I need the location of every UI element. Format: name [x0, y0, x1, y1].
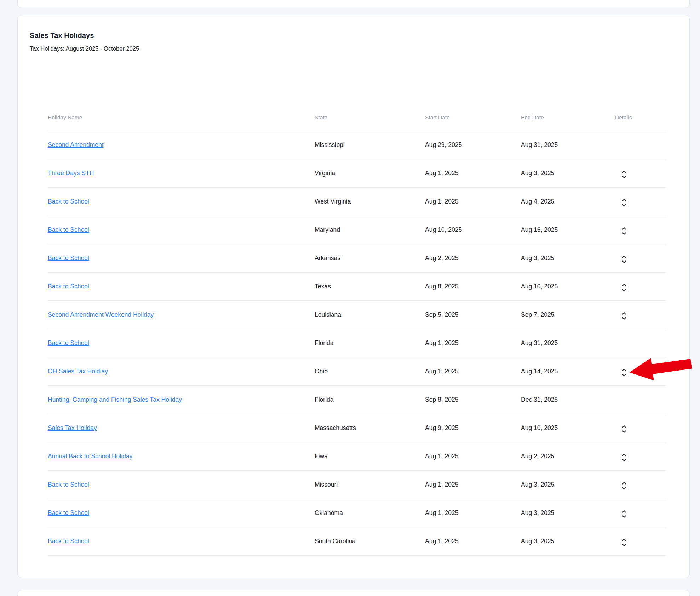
end-date-cell: Aug 3, 2025: [521, 538, 615, 545]
chevron-down-icon: [621, 288, 627, 292]
end-date-cell: Aug 2, 2025: [521, 453, 615, 460]
card-header: Sales Tax Holidays Tax Holidays: August …: [18, 15, 689, 52]
start-date-cell: Sep 8, 2025: [425, 396, 521, 403]
state-cell: Missouri: [315, 481, 425, 488]
page-subtitle: Tax Holidays: August 2025 - October 2025: [30, 45, 689, 52]
table-body: Second Amendment Mississippi Aug 29, 202…: [48, 131, 666, 556]
holiday-link[interactable]: Second Amendment: [48, 141, 104, 148]
previous-card-edge: [17, 0, 690, 8]
holiday-name-cell: Back to School: [48, 283, 315, 290]
start-date-cell: Aug 10, 2025: [425, 226, 521, 234]
details-expander[interactable]: [621, 226, 627, 236]
table-row: Back to School Florida Aug 1, 2025 Aug 3…: [48, 329, 666, 357]
start-date-cell: Aug 1, 2025: [425, 453, 521, 460]
chevron-down-icon: [621, 487, 627, 490]
holiday-link[interactable]: Three Days STH: [48, 170, 94, 177]
chevron-up-icon: [621, 453, 627, 457]
holiday-link[interactable]: OH Sales Tax Holdiay: [48, 368, 108, 375]
start-date-cell: Aug 1, 2025: [425, 481, 521, 488]
state-cell: Iowa: [315, 453, 425, 460]
holiday-name-cell: Sales Tax Holiday: [48, 424, 315, 432]
table-row: Back to School Oklahoma Aug 1, 2025 Aug …: [48, 499, 666, 527]
page: Sales Tax Holidays Tax Holidays: August …: [0, 0, 700, 596]
chevron-up-icon: [621, 227, 627, 230]
table-row: Second Amendment Weekend Holiday Louisia…: [48, 300, 666, 329]
holiday-link[interactable]: Back to School: [48, 509, 89, 516]
table-row: Back to School Maryland Aug 10, 2025 Aug…: [48, 216, 666, 244]
table-row: Annual Back to School Holiday Iowa Aug 1…: [48, 442, 666, 470]
table-row: Back to School Texas Aug 8, 2025 Aug 10,…: [48, 272, 666, 300]
details-expander[interactable]: [621, 198, 627, 207]
chevron-down-icon: [621, 175, 627, 178]
sales-tax-holidays-card: Sales Tax Holidays Tax Holidays: August …: [17, 15, 690, 578]
details-cell: [615, 479, 666, 491]
details-cell: [615, 451, 666, 462]
chevron-up-icon: [621, 368, 627, 372]
holiday-link[interactable]: Second Amendment Weekend Holiday: [48, 311, 154, 318]
state-cell: Arkansas: [315, 254, 425, 262]
table-row: Back to School Missouri Aug 1, 2025 Aug …: [48, 470, 666, 499]
details-expander[interactable]: [621, 170, 627, 179]
column-header-end-date: End Date: [521, 114, 615, 121]
end-date-cell: Aug 4, 2025: [521, 198, 615, 205]
details-expander[interactable]: [621, 424, 627, 434]
holiday-link[interactable]: Back to School: [48, 283, 89, 290]
details-expander[interactable]: [621, 311, 627, 321]
details-cell: [615, 139, 666, 151]
page-title: Sales Tax Holidays: [30, 31, 689, 40]
holiday-link[interactable]: Hunting, Camping and Fishing Sales Tax H…: [48, 396, 182, 403]
state-cell: Texas: [315, 283, 425, 290]
table-row: Back to School West Virginia Aug 1, 2025…: [48, 187, 666, 216]
start-date-cell: Aug 2, 2025: [425, 254, 521, 262]
chevron-up-icon: [621, 312, 627, 315]
chevron-down-icon: [621, 373, 627, 377]
holiday-link[interactable]: Annual Back to School Holiday: [48, 453, 132, 460]
end-date-cell: Aug 3, 2025: [521, 481, 615, 488]
holiday-name-cell: Back to School: [48, 509, 315, 517]
details-expander[interactable]: [621, 481, 627, 491]
end-date-cell: Aug 3, 2025: [521, 254, 615, 262]
column-header-start-date: Start Date: [425, 114, 521, 121]
holiday-link[interactable]: Back to School: [48, 198, 89, 205]
chevron-down-icon: [621, 317, 627, 320]
holiday-name-cell: OH Sales Tax Holdiay: [48, 368, 315, 375]
details-cell: [615, 536, 666, 547]
details-expander[interactable]: [621, 283, 627, 292]
chevron-down-icon: [621, 515, 627, 518]
start-date-cell: Aug 1, 2025: [425, 170, 521, 177]
holiday-name-cell: Back to School: [48, 538, 315, 545]
column-header-holiday-name: Holiday Name: [48, 114, 315, 121]
holiday-link[interactable]: Back to School: [48, 538, 89, 545]
holiday-link[interactable]: Back to School: [48, 481, 89, 488]
end-date-cell: Dec 31, 2025: [521, 396, 615, 403]
table-row: Back to School South Carolina Aug 1, 202…: [48, 527, 666, 555]
details-expander[interactable]: [621, 254, 627, 264]
details-cell: [615, 423, 666, 434]
table-row: Second Amendment Mississippi Aug 29, 202…: [48, 131, 666, 159]
holiday-link[interactable]: Back to School: [48, 339, 89, 346]
holiday-link[interactable]: Sales Tax Holiday: [48, 424, 97, 431]
holiday-link[interactable]: Back to School: [48, 254, 89, 262]
details-expander[interactable]: [621, 453, 627, 462]
state-cell: South Carolina: [315, 538, 425, 545]
chevron-down-icon: [621, 260, 627, 263]
holiday-name-cell: Three Days STH: [48, 170, 315, 177]
details-cell: [615, 366, 666, 377]
table-row: Back to School Arkansas Aug 2, 2025 Aug …: [48, 244, 666, 272]
details-cell: [615, 338, 666, 349]
details-cell: [615, 168, 666, 179]
holiday-name-cell: Hunting, Camping and Fishing Sales Tax H…: [48, 396, 315, 403]
details-cell: [615, 224, 666, 236]
holiday-name-cell: Annual Back to School Holiday: [48, 453, 315, 460]
details-expander[interactable]: [621, 538, 627, 547]
chevron-up-icon: [621, 482, 627, 485]
chevron-down-icon: [621, 458, 627, 462]
details-expander[interactable]: [621, 509, 627, 519]
holiday-name-cell: Back to School: [48, 254, 315, 262]
end-date-cell: Aug 10, 2025: [521, 424, 615, 432]
end-date-cell: Aug 3, 2025: [521, 509, 615, 517]
details-expander[interactable]: [621, 368, 627, 377]
table-row: Hunting, Camping and Fishing Sales Tax H…: [48, 385, 666, 414]
start-date-cell: Aug 1, 2025: [425, 368, 521, 375]
holiday-link[interactable]: Back to School: [48, 226, 89, 233]
